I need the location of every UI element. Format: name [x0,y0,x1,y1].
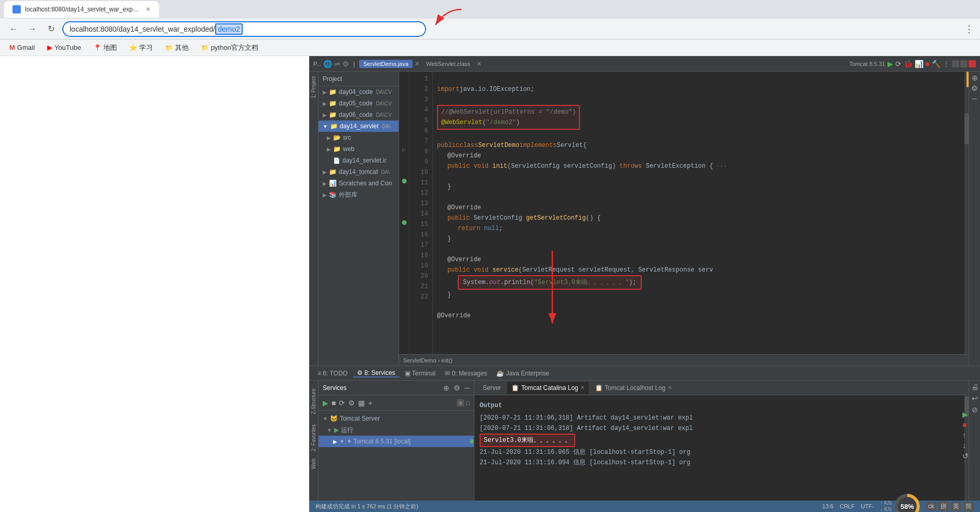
svc-tomcat-server[interactable]: ▼ 🐱 Tomcat Server [319,413,474,424]
code-line-1 [437,74,960,84]
services-close-icon[interactable]: ─ [465,384,470,392]
status-charset: UTF- [861,503,874,509]
tab-terminal[interactable]: ▣ Terminal [401,370,440,377]
run-icon[interactable]: ▶ [888,60,893,68]
build-icon[interactable]: 🔨 [932,60,941,68]
header-servletdemo-tab[interactable]: ServletDemo.java [359,60,413,68]
project-panel: Project ▶ 📁 day04_code DA\CV ▶ 📁 day05_c… [319,72,399,366]
tree-item-day14tomcat[interactable]: ▶ 📁 day14_tomcat DA\ [319,166,399,178]
status-bar: 构建成功完成 in 1 s 762 ms (1 分钟之前) 13:6 CRLF … [309,501,980,512]
maximize-btn[interactable] [960,60,968,68]
bookmark-ditu[interactable]: 📍 地图 [90,42,120,53]
localhost-close-icon[interactable]: ✕ [668,385,672,390]
settings-right-icon[interactable]: ⚙ [971,84,978,92]
tab-todo[interactable]: ≡ 6: TODO [313,370,352,377]
output-tab-catalina[interactable]: 📋 Tomcat Catalina Log ✕ [507,382,588,394]
header-webservlet-tab[interactable]: WebServlet.class [422,60,474,68]
ime-input[interactable]: 拼 [938,502,949,511]
services-run-btn[interactable]: ▶ [323,399,328,407]
extensions-icon[interactable]: ⋮ [964,23,974,35]
catalina-log-icon: 📋 [511,384,519,392]
forward-button[interactable]: → [25,22,39,36]
code-line-8: public void init(ServletConfig servletCo… [437,161,960,171]
services-expand-btn[interactable]: □ [466,400,470,406]
tab-messages[interactable]: ✉ 0: Messages [441,370,491,377]
favorites-tab[interactable]: 2: Favorites [310,422,317,453]
tree-item-day04[interactable]: ▶ 📁 day04_code DA\CV [319,86,399,98]
tree-label-day06: day06_code [339,111,373,118]
run-play-icon: ▶ [334,426,339,434]
tree-item-servletir[interactable]: 📄 day14_servlet.ir [319,155,399,166]
address-bar[interactable]: localhost:8080/day14_servlet_war_explode… [62,21,426,37]
breadcrumb-text: ServletDemo › init() [403,357,453,363]
services-add2-btn[interactable]: + [368,399,372,407]
code-editor[interactable]: ▷ ⬤ ⬤ 1 2 3 [399,72,969,354]
bookmark-gmail[interactable]: M Gmail [6,43,38,52]
services-pin-btn[interactable]: ≡ [457,399,464,407]
output-clear-icon[interactable]: ⊘ [972,406,978,414]
minimize-right-icon[interactable]: ─ [972,95,977,103]
output-wrap-icon[interactable]: ↩ [972,394,978,402]
services-settings-icon[interactable]: ⚙ [454,384,460,392]
ime-zh[interactable]: 简 [963,502,974,511]
tree-item-day06[interactable]: ▶ 📁 day06_code DA\CV [319,109,399,120]
settings-header-icon[interactable]: ⚙ [342,60,349,68]
services-layout-btn[interactable]: ▦ [358,399,365,407]
bookmark-xuexi[interactable]: ⭐ 学习 [126,42,156,53]
back-button[interactable]: ← [6,22,21,36]
web-tab[interactable]: Web [310,453,317,474]
percentage-area: ↑ K/s ↓ K/s 58% [880,494,920,512]
bookmark-python[interactable]: 📁 python官方文档 [198,42,261,53]
code-line-3 [437,95,960,105]
tree-item-web[interactable]: ▶ 📁 web [319,143,399,155]
output-tab-server[interactable]: Server [479,384,505,392]
sync-icon[interactable]: ⟳ [895,60,902,68]
tree-label-src: src [343,134,351,141]
debug-icon[interactable]: 🐞 [904,60,912,68]
tab-services[interactable]: ⚙ 8: Services [353,369,400,378]
more-icon[interactable]: ⋮ [943,60,950,68]
code-line-19: System.out.println("Servlet3.0来啦。。。。。。")… [437,275,960,290]
tree-item-day14[interactable]: ▼ 📁 day14_servlet DA\ [319,120,399,132]
scroll-thumb[interactable] [964,113,969,144]
code-line-20: } [437,290,960,300]
structure-tab[interactable]: Z-Structure [310,381,317,422]
services-restart-btn[interactable]: ⟳ [339,399,345,407]
browser-tab[interactable]: localhost:8080/day14_servlet_war_explode… [4,1,159,18]
services-tree: ▼ 🐱 Tomcat Server ▼ ▶ 运行 ▶ [319,411,474,449]
output-tab-localhost[interactable]: 📋 Tomcat Localhost Log ✕ [591,382,676,394]
minimize-btn[interactable] [952,60,959,68]
header-tab-close2[interactable]: ✕ [476,60,482,68]
svc-run[interactable]: ▼ ▶ 运行 [319,424,474,436]
svc-tomcat-local[interactable]: ▶ ✦ ✦ Tomcat 8.5.31 [local] [319,436,474,447]
profile-icon[interactable]: 📊 [915,60,923,68]
output-line-4: 21-Jul-2020 11:31:16.065 信息 [localhost-s… [480,447,959,457]
add-icon[interactable]: ⊕ [972,74,978,82]
tree-item-day05[interactable]: ▶ 📁 day05_code DA\CV [319,98,399,109]
catalina-close-icon[interactable]: ✕ [580,385,585,390]
refresh-button[interactable]: ↻ [44,22,58,36]
bookmark-other[interactable]: 📁 其他 [162,42,192,53]
tab-close-icon[interactable]: ✕ [145,6,151,13]
output-print-icon[interactable]: 🖨 [971,383,978,391]
ime-ck[interactable]: ck [926,502,936,510]
tree-item-external[interactable]: ▶ 📚 外部库 [319,189,399,200]
stop-icon[interactable]: ■ [925,60,930,68]
tree-item-src[interactable]: ▶ 📂 src [319,132,399,143]
project-side-label[interactable]: 1: Project [310,72,317,103]
close-btn[interactable] [969,60,976,68]
code-content[interactable]: import java.io.IOException; //@WebServle… [433,72,964,354]
output-content[interactable]: Output [2020-07-21 11:31:06,318] Artifac… [474,395,964,501]
svc-local-icon: ✦ [339,438,345,445]
browser-content [0,56,309,512]
tree-item-scratches[interactable]: ▶ 📊 Scratches and Con [319,178,399,189]
services-stop-btn[interactable]: ■ [332,399,336,407]
header-tab-close1[interactable]: ✕ [415,60,420,68]
services-filter-btn[interactable]: ⚙ [348,399,355,407]
tab-javaenterprise[interactable]: ☕ Java Enterprise [492,370,553,377]
ime-eng[interactable]: 英 [951,502,961,511]
bookmark-youtube[interactable]: ▶ YouTube [44,43,84,52]
services-add-icon[interactable]: ⊕ [443,384,449,392]
output-tabs-bar: Server 📋 Tomcat Catalina Log ✕ 📋 Tomcat … [474,381,964,395]
editor-scrollbar[interactable] [964,72,969,354]
